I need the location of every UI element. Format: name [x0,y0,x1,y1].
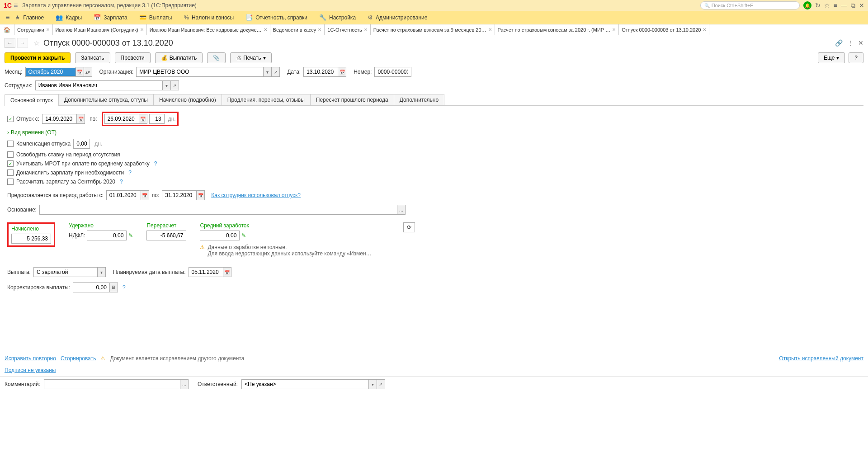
bell-icon[interactable]: 🔔 [803,1,811,9]
nav-forward-button[interactable]: → [17,38,28,48]
tab-close-icon[interactable]: ✕ [703,27,706,32]
calendar-icon[interactable]: 📅 [223,268,231,277]
global-search[interactable]: Поиск Ctrl+Shift+F [700,1,800,9]
subtab-recalc-prev[interactable]: Пересчет прошлого периода [310,94,394,105]
favorite-icon[interactable]: ☆ [33,39,40,47]
tab-close-icon[interactable]: ✕ [46,27,50,32]
calc-icon[interactable]: 🖩 [109,283,118,292]
refresh-button[interactable]: ⟳ [403,222,415,232]
recalc-value[interactable] [146,231,186,240]
edit-icon[interactable]: ✎ [241,232,246,239]
employee-input[interactable]: ▾ ↗ [35,80,179,90]
date-input[interactable]: 📅 [303,67,346,77]
help-button[interactable]: ? [849,52,863,63]
ellipsis-icon[interactable]: … [397,205,405,214]
print-button[interactable]: 🖨Печать ▾ [230,52,271,63]
subtab-main-vacation[interactable]: Основной отпуск [5,94,59,106]
close-icon[interactable]: ✕ [859,2,864,9]
calc-salary-checkbox[interactable] [7,179,14,185]
app-burger-icon[interactable]: ≡ [14,1,18,9]
main-burger-icon[interactable]: ≡ [5,14,9,22]
dropdown-icon[interactable]: ▾ [97,268,105,277]
calendar-icon[interactable]: 📅 [141,191,149,200]
org-input[interactable]: ▾ ↗ [136,67,280,77]
tab-ins9m[interactable]: Расчет по страховым взносам за 9 месяцев… [371,24,495,35]
time-kind-expand[interactable]: › Вид времени (ОТ) [7,127,57,137]
compensation-checkbox[interactable] [7,141,14,147]
open-fixed-link[interactable]: Открыть исправленный документ [779,355,863,362]
responsible-input[interactable]: ▾ ↗ [241,379,385,389]
tab-close-icon[interactable]: ✕ [318,27,321,32]
vacation-to-input[interactable]: 📅 [104,114,147,124]
star-icon[interactable]: ☆ [824,2,830,9]
dropdown-icon[interactable]: ▾ [368,380,377,389]
menu-taxes[interactable]: %Налоги и взносы [184,14,234,21]
no-sign-link[interactable]: Подписи не указаны [5,367,56,373]
help-icon[interactable]: ? [128,169,132,176]
period-to-input[interactable]: 📅 [162,190,205,200]
edit-icon[interactable]: ✎ [128,232,133,239]
compensation-input[interactable] [73,139,90,149]
minimize-icon[interactable]: — [841,2,847,9]
plan-date-input[interactable]: 📅 [189,267,231,277]
fix-again-link[interactable]: Исправить повторно [5,355,56,362]
menu-payments[interactable]: 💳Выплаты [139,14,172,21]
avg-value[interactable] [200,231,240,240]
tab-close-icon[interactable]: ✕ [612,27,616,32]
tab-employee-card[interactable]: Иванов Иван Иванович (Сотрудник)✕ [53,24,147,35]
tab-close-icon[interactable]: ✕ [364,27,368,32]
panel-icon[interactable]: ≡ [834,2,837,9]
correction-input[interactable]: 🖩 [73,282,118,292]
subtab-accrued-detail[interactable]: Начислено (подробно) [153,94,222,105]
month-input[interactable]: 📅 ▴▾ [25,67,92,77]
page-close-icon[interactable]: ✕ [858,39,863,47]
tab-hr-docs[interactable]: Иванов Иван Иванович: Все кадровые докум… [147,24,270,35]
vacation-from-input[interactable]: 📅 [42,114,85,124]
dropdown-icon[interactable]: ▾ [162,81,170,90]
open-icon[interactable]: ↗ [377,380,385,389]
nav-back-button[interactable]: ← [5,38,15,48]
more-button[interactable]: Еще ▾ [818,52,845,63]
subtab-extra-vacation[interactable]: Дополнительные отпуска, отгулы [58,94,154,105]
dropdown-icon[interactable]: ▾ [263,67,271,76]
period-from-input[interactable]: 📅 [106,190,149,200]
tab-employees[interactable]: Сотрудники✕ [14,24,53,35]
calendar-icon[interactable]: 📅 [75,67,84,76]
menu-hr[interactable]: 👥Кадры [56,14,82,21]
tab-home[interactable]: 🏠 [0,24,14,35]
post-close-button[interactable]: Провести и закрыть [5,52,71,63]
tab-close-icon[interactable]: ✕ [264,27,267,32]
calendar-icon[interactable]: 📅 [139,114,147,123]
tab-close-icon[interactable]: ✕ [488,27,492,32]
how-used-link[interactable]: Как сотрудник использовал отпуск? [211,192,301,198]
link-icon[interactable]: 🔗 [835,39,843,47]
tab-vacation-doc[interactable]: Отпуск 0000-000003 от 13.10.2020✕ [619,24,709,35]
kebab-icon[interactable]: ⋮ [847,39,854,47]
mrot-checkbox[interactable]: ✓ [7,160,14,167]
attach-button[interactable]: 📎 [207,52,226,63]
ellipsis-icon[interactable]: … [180,380,188,389]
calendar-icon[interactable]: 📅 [76,114,85,123]
basis-input[interactable]: … [39,205,406,215]
help-icon[interactable]: ? [120,179,123,185]
calendar-icon[interactable]: 📅 [338,67,346,76]
help-icon[interactable]: ? [154,160,157,167]
help-icon[interactable]: ? [123,284,126,291]
release-rate-checkbox[interactable] [7,151,14,158]
open-icon[interactable]: ↗ [170,81,179,90]
open-icon[interactable]: ↗ [271,67,279,76]
storno-link[interactable]: Сторнировать [61,355,96,362]
tab-close-icon[interactable]: ✕ [140,27,144,32]
accrue-salary-checkbox[interactable] [7,169,14,176]
payment-select[interactable]: ▾ [33,267,106,277]
vacation-checkbox[interactable]: ✓ [7,116,14,122]
ndfl-value[interactable] [87,231,127,240]
subtab-additional[interactable]: Дополнительно [394,94,444,105]
post-button[interactable]: Провести [115,52,151,63]
accrued-value[interactable] [11,234,51,244]
menu-settings[interactable]: 🔧Настройка [319,14,356,21]
stepper-icon[interactable]: ▴▾ [84,67,92,76]
menu-reports[interactable]: 📑Отчетность, справки [245,14,307,21]
maximize-icon[interactable]: ⧉ [851,2,855,9]
number-input[interactable] [374,67,411,77]
